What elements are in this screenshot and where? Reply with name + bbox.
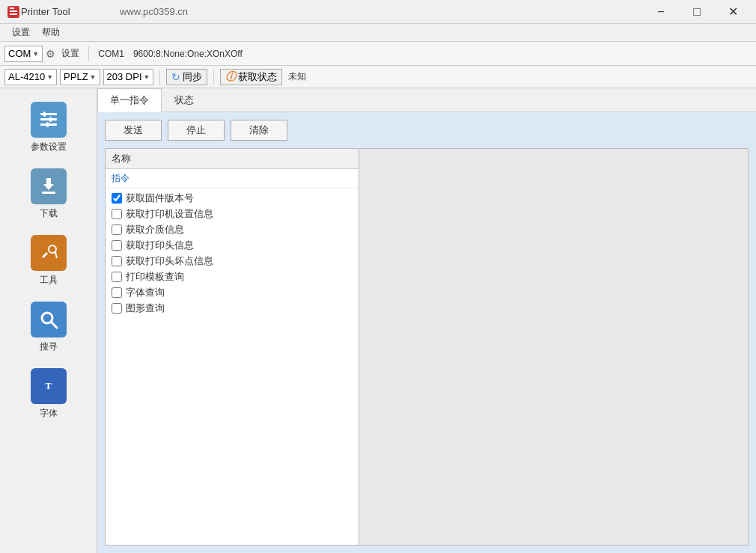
action-bar: 发送 停止 清除: [105, 120, 749, 141]
checkbox-label-printhead_damage: 获取打印头坏点信息: [126, 254, 213, 268]
svg-point-12: [49, 245, 56, 253]
content-area: 单一指令 状态 发送 停止 清除 名称 指令 获取固件版本号获取: [97, 88, 756, 553]
menu-help[interactable]: 帮助: [36, 25, 66, 40]
dpi-dropdown-arrow: ▼: [144, 73, 150, 81]
panel-header: 名称: [106, 149, 359, 169]
svg-rect-3: [10, 7, 14, 9]
checkbox-printer_settings[interactable]: [112, 209, 122, 219]
sidebar-item-font[interactable]: T 字体: [0, 361, 97, 427]
svg-rect-10: [42, 192, 55, 194]
window-title: Printer Tool: [21, 6, 644, 17]
search-icon: [31, 302, 67, 337]
checkbox-printhead_damage[interactable]: [112, 256, 122, 266]
panel-row: 名称 指令 获取固件版本号获取打印机设置信息获取介质信息获取打印头信息获取打印头…: [105, 148, 749, 546]
tab-status[interactable]: 状态: [162, 88, 207, 111]
main-layout: 参数设置 下载: [0, 88, 756, 553]
checkbox-item-printhead_damage[interactable]: 获取打印头坏点信息: [112, 254, 353, 268]
svg-rect-8: [49, 117, 52, 122]
toolbar-1: COM ▼ ⚙ 设置 COM1 9600:8:None:One:XOnXOff: [0, 42, 756, 66]
checkbox-media_info[interactable]: [112, 224, 122, 235]
port-info: COM1: [95, 49, 127, 59]
params-icon: [31, 102, 67, 138]
toolbar-2: AL-4210 ▼ PPLZ ▼ 203 DPI ▼ ↻ 同步 ⓘ 获取状态 未…: [0, 66, 756, 88]
checkbox-item-media_info[interactable]: 获取介质信息: [112, 223, 353, 236]
sync-icon: ↻: [171, 71, 180, 83]
dpi-dropdown[interactable]: 203 DPI ▼: [103, 69, 154, 85]
com-dropdown[interactable]: COM ▼: [4, 46, 43, 62]
search-label: 搜寻: [40, 340, 58, 353]
tab-bar: 单一指令 状态: [97, 88, 756, 112]
checkbox-item-printer_settings[interactable]: 获取打印机设置信息: [112, 207, 353, 221]
titlebar: Printer Tool − □ ✕: [0, 0, 756, 24]
svg-line-15: [51, 322, 57, 328]
toolbar2-separator1: [159, 70, 160, 85]
sync-button[interactable]: ↻ 同步: [166, 69, 207, 85]
settings-label[interactable]: 设置: [58, 47, 82, 60]
checkbox-item-font_query[interactable]: 字体查询: [112, 286, 353, 299]
sidebar-item-params[interactable]: 参数设置: [0, 94, 97, 161]
menubar: 设置 帮助: [0, 24, 756, 42]
svg-line-13: [55, 252, 57, 258]
checkbox-item-template_query[interactable]: 打印模板查询: [112, 270, 353, 284]
settings-icon: ⚙: [46, 48, 55, 60]
toolbar-separator: [88, 46, 89, 61]
checkbox-label-printhead_info: 获取打印头信息: [126, 239, 194, 252]
window-controls: − □ ✕: [644, 0, 750, 24]
checkbox-label-media_info: 获取介质信息: [126, 223, 184, 236]
status-value: 未知: [285, 70, 309, 83]
close-button[interactable]: ✕: [716, 0, 750, 24]
checkbox-font_query[interactable]: [112, 287, 122, 298]
checkbox-graphic_query[interactable]: [112, 303, 122, 314]
get-status-button[interactable]: ⓘ 获取状态: [220, 69, 282, 85]
com-dropdown-arrow: ▼: [32, 50, 39, 58]
menu-settings[interactable]: 设置: [6, 25, 36, 40]
svg-marker-11: [43, 178, 54, 190]
checkbox-printhead_info[interactable]: [112, 240, 122, 251]
tab-content-single-command: 发送 停止 清除 名称 指令 获取固件版本号获取打印机设置信息获取介质信息获取打…: [97, 112, 756, 553]
printer-dropdown[interactable]: AL-4210 ▼: [4, 69, 57, 85]
svg-rect-9: [46, 122, 49, 127]
download-label: 下载: [40, 207, 58, 220]
app-icon: [6, 4, 21, 19]
toolbar2-separator2: [213, 70, 214, 85]
lang-dropdown[interactable]: PPLZ ▼: [60, 69, 100, 85]
svg-rect-2: [10, 13, 17, 15]
baud-info: 9600:8:None:One:XOnXOff: [130, 49, 246, 59]
stop-button[interactable]: 停止: [168, 120, 225, 141]
checkbox-list: 获取固件版本号获取打印机设置信息获取介质信息获取打印头信息获取打印头坏点信息打印…: [106, 189, 359, 318]
checkbox-item-printhead_info[interactable]: 获取打印头信息: [112, 239, 353, 252]
printer-dropdown-arrow: ▼: [46, 73, 53, 81]
info-icon: ⓘ: [225, 70, 236, 84]
checkbox-item-firmware[interactable]: 获取固件版本号: [112, 192, 353, 205]
svg-rect-1: [10, 10, 17, 12]
checkbox-label-printer_settings: 获取打印机设置信息: [126, 207, 213, 221]
lang-dropdown-arrow: ▼: [90, 73, 97, 81]
tab-single-command[interactable]: 单一指令: [97, 88, 162, 112]
sidebar-item-search[interactable]: 搜寻: [0, 294, 97, 361]
svg-rect-4: [40, 113, 57, 115]
checkbox-template_query[interactable]: [112, 272, 122, 282]
minimize-button[interactable]: −: [644, 0, 678, 24]
sidebar-item-download[interactable]: 下载: [0, 161, 97, 227]
checkbox-item-graphic_query[interactable]: 图形查询: [112, 302, 353, 315]
clear-button[interactable]: 清除: [231, 120, 287, 141]
tools-label: 工具: [40, 274, 58, 287]
params-label: 参数设置: [31, 141, 67, 153]
checkbox-label-graphic_query: 图形查询: [126, 302, 165, 315]
command-panel: 名称 指令 获取固件版本号获取打印机设置信息获取介质信息获取打印头信息获取打印头…: [105, 148, 359, 546]
checkbox-label-font_query: 字体查询: [126, 286, 165, 299]
panel-section: 指令: [106, 169, 359, 189]
checkbox-label-template_query: 打印模板查询: [126, 270, 184, 284]
svg-rect-7: [43, 111, 46, 117]
sidebar: 参数设置 下载: [0, 88, 97, 553]
checkbox-label-firmware: 获取固件版本号: [126, 192, 194, 205]
checkbox-firmware[interactable]: [112, 193, 122, 204]
tools-icon: [31, 235, 67, 271]
font-icon: T: [31, 368, 67, 404]
send-button[interactable]: 发送: [105, 120, 162, 141]
output-panel: [359, 148, 749, 546]
sidebar-item-tools[interactable]: 工具: [0, 227, 97, 294]
maximize-button[interactable]: □: [680, 0, 714, 24]
svg-rect-5: [40, 118, 57, 120]
font-label: 字体: [40, 407, 58, 420]
